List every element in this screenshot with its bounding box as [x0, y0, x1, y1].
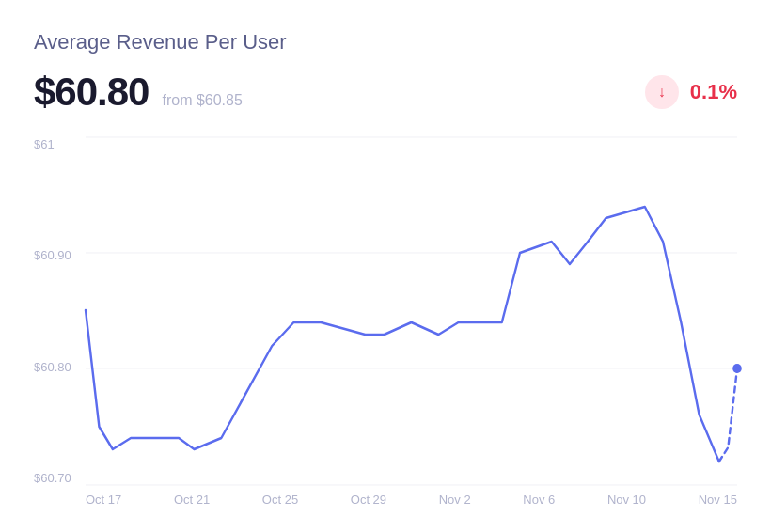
y-label-6090: $60.90 — [34, 248, 71, 262]
down-arrow-icon: ↓ — [658, 84, 666, 101]
chart-line-dashed — [719, 368, 737, 462]
card: Average Revenue Per User $60.80 from $60… — [0, 0, 771, 532]
down-badge: ↓ — [645, 75, 679, 109]
y-axis-labels: $61 $60.90 $60.80 $60.70 — [34, 137, 71, 485]
chart-end-dot — [732, 364, 742, 373]
y-label-6080: $60.80 — [34, 360, 71, 374]
x-axis-labels: Oct 17 Oct 21 Oct 25 Oct 29 Nov 2 Nov 6 … — [86, 485, 737, 513]
x-label-oct29: Oct 29 — [351, 493, 386, 507]
x-label-nov10: Nov 10 — [607, 493, 646, 507]
from-label: from $60.85 — [162, 92, 242, 109]
chart-line-solid — [86, 207, 719, 462]
metrics-left: $60.80 from $60.85 — [34, 70, 243, 115]
chart-area: $61 $60.90 $60.80 $60.70 — [34, 137, 737, 513]
chart-inner — [86, 137, 737, 485]
x-label-oct17: Oct 17 — [86, 493, 121, 507]
main-value: $60.80 — [34, 70, 149, 115]
x-label-oct25: Oct 25 — [262, 493, 298, 507]
line-chart — [86, 137, 737, 485]
x-label-nov2: Nov 2 — [439, 493, 471, 507]
y-label-61: $61 — [34, 137, 71, 151]
metrics-right: ↓ 0.1% — [645, 75, 737, 109]
chart-title: Average Revenue Per User — [34, 30, 737, 55]
x-label-nov6: Nov 6 — [523, 493, 555, 507]
metrics-row: $60.80 from $60.85 ↓ 0.1% — [34, 70, 737, 115]
percent-change: 0.1% — [690, 80, 737, 104]
y-label-6070: $60.70 — [34, 471, 71, 485]
x-label-nov15: Nov 15 — [699, 493, 737, 507]
x-label-oct21: Oct 21 — [174, 493, 210, 507]
